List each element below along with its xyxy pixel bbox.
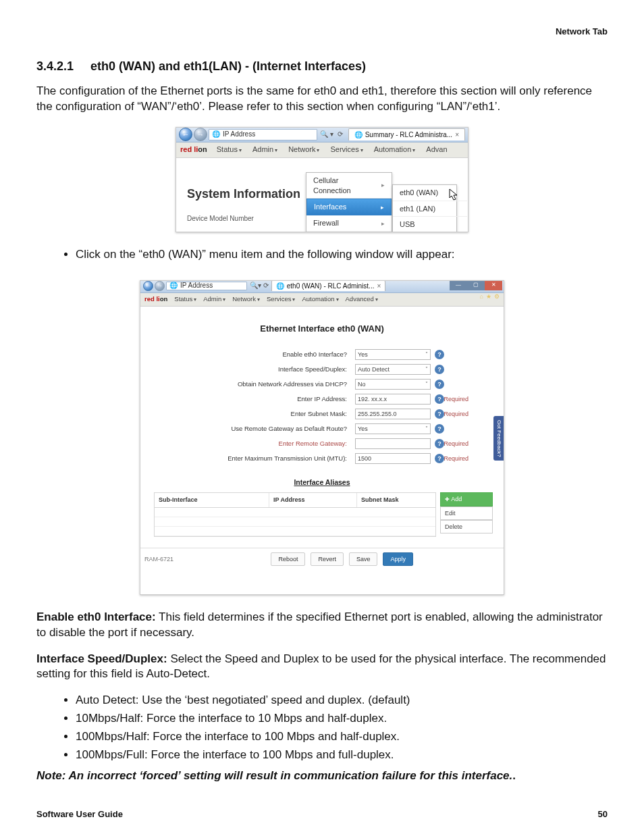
form-value: 192. xx.x.x: [358, 395, 387, 403]
menu-firewall[interactable]: Firewall▸: [306, 215, 392, 232]
delete-button[interactable]: Delete: [440, 520, 493, 533]
back-button[interactable]: ←: [143, 281, 153, 291]
home-icon[interactable]: ⌂: [480, 292, 483, 301]
form-label: Enter Remote Gateway:: [209, 440, 351, 448]
ie-toolbar-icons: ⌂ ★ ⚙: [480, 292, 500, 301]
table-row[interactable]: [155, 508, 435, 517]
edit-button[interactable]: Edit: [440, 506, 493, 520]
explain-speed: Interface Speed/Duplex: Select the Speed…: [36, 652, 608, 683]
alias-side-buttons: Add Edit Delete: [440, 492, 493, 533]
help-icon[interactable]: ?: [435, 365, 444, 374]
table-row[interactable]: [155, 527, 435, 536]
back-button[interactable]: ←: [179, 128, 192, 141]
form-select[interactable]: Auto Detect: [355, 364, 431, 375]
nav-automation[interactable]: Automation: [374, 145, 416, 155]
close-tab-icon[interactable]: ×: [455, 130, 459, 140]
menu-tunneling[interactable]: Tunneling: [306, 232, 392, 232]
nav-services[interactable]: Services: [330, 145, 363, 155]
globe-icon: 🌐: [212, 130, 220, 139]
ie-address-bar: ← → 🌐 IP Address 🔍 ▾ ⟳ 🌐 Summary - RLC A…: [176, 128, 468, 142]
nav-status[interactable]: Status: [217, 145, 242, 155]
section-heading: 3.4.2.1 eth0 (WAN) and eth1(LAN) - (Inte…: [36, 58, 608, 74]
list-item: Auto Detect: Use the ‘best negotiated’ s…: [76, 693, 608, 708]
menu-interfaces[interactable]: Interfaces▸: [306, 199, 392, 215]
explain-speed-head: Interface Speed/Duplex:: [36, 652, 167, 665]
menu-cellular[interactable]: Cellular Connection▸: [306, 173, 392, 199]
help-icon[interactable]: ?: [435, 380, 444, 389]
feedback-tab[interactable]: Got Feedback?: [493, 416, 504, 461]
footer-title: Software User Guide: [36, 808, 123, 820]
explain-enable-head: Enable eth0 Interface:: [36, 610, 156, 623]
submenu-eth0[interactable]: eth0 (WAN): [393, 185, 467, 201]
revert-button[interactable]: Revert: [311, 552, 344, 566]
nav-services[interactable]: Services: [267, 295, 295, 304]
screenshot-menu: ← → 🌐 IP Address 🔍 ▾ ⟳ 🌐 Summary - RLC A…: [176, 127, 468, 232]
star-icon[interactable]: ★: [486, 292, 491, 301]
submenu-usb[interactable]: USB: [393, 217, 467, 232]
forward-button[interactable]: →: [155, 281, 165, 291]
nav-advanced[interactable]: Advan: [426, 145, 447, 155]
add-button[interactable]: Add: [440, 492, 493, 506]
form-row: Interface Speed/Duplex:Auto Detect?: [151, 364, 493, 375]
form-value: Yes: [358, 350, 368, 359]
address-field[interactable]: 🌐 IP Address: [209, 129, 317, 140]
col-subinterface: Sub-Interface: [155, 493, 269, 506]
form-select[interactable]: Yes: [355, 423, 431, 434]
form-value: 1500: [358, 454, 371, 463]
close-tab-icon[interactable]: ×: [377, 282, 381, 291]
warning-note: Note: An incorrect ‘forced’ setting will…: [36, 768, 608, 784]
form-row: Obtain Network Addresses via DHCP?No?: [151, 379, 493, 390]
form-input[interactable]: 1500: [355, 453, 431, 464]
nav-admin[interactable]: Admin: [252, 145, 277, 155]
section-title: eth0 (WAN) and eth1(LAN) - (Internet Int…: [90, 59, 366, 73]
nav-network[interactable]: Network: [288, 145, 319, 155]
form-input[interactable]: 192. xx.x.x: [355, 394, 431, 405]
address-field[interactable]: 🌐 IP Address: [166, 282, 247, 290]
required-badge: Required: [442, 454, 470, 463]
nav-network[interactable]: Network: [232, 295, 260, 304]
tab-title: eth0 (WAN) - RLC Administ...: [287, 282, 375, 291]
screenshot-form: — ▢ ✕ ← → 🌐 IP Address 🔍▾ ⟳ 🌐 eth0 (WAN)…: [140, 280, 504, 595]
form-row: Enter IP Address:192. xx.x.x?Required: [151, 394, 493, 405]
form-input[interactable]: [355, 438, 431, 449]
help-icon[interactable]: ?: [435, 350, 444, 359]
nav-advanced[interactable]: Advanced: [346, 295, 378, 304]
search-refresh[interactable]: 🔍 ▾ ⟳: [320, 130, 342, 139]
submenu-eth1[interactable]: eth1 (LAN): [393, 201, 467, 217]
table-row[interactable]: [155, 517, 435, 527]
site-navbar: red lion Status Admin Network Services A…: [140, 293, 504, 307]
form-value: No: [358, 380, 366, 388]
form-label: Enter Subnet Mask:: [209, 410, 351, 419]
page-header-right: Network Tab: [36, 26, 608, 38]
speed-options-list: Auto Detect: Use the ‘best negotiated’ s…: [36, 693, 608, 763]
tab-favicon: 🌐: [354, 130, 363, 140]
forward-button[interactable]: →: [194, 128, 207, 141]
window-close-button[interactable]: ✕: [485, 281, 502, 290]
help-icon[interactable]: ?: [435, 424, 444, 434]
form-select[interactable]: No: [355, 379, 431, 390]
form-value: 255.255.255.0: [358, 410, 397, 418]
instruction-bullet: Click on the “eth0 (WAN)” menu item and …: [76, 247, 608, 263]
window-min-button[interactable]: —: [450, 281, 467, 290]
save-button[interactable]: Save: [349, 552, 378, 566]
apply-button[interactable]: Apply: [383, 552, 413, 566]
reboot-button[interactable]: Reboot: [271, 552, 305, 566]
required-badge: Required: [442, 440, 470, 448]
tab-favicon: 🌐: [276, 282, 284, 291]
address-text: IP Address: [223, 130, 255, 139]
nav-automation[interactable]: Automation: [302, 295, 338, 304]
section-number: 3.4.2.1: [36, 59, 74, 73]
page-title: System Information: [187, 186, 300, 202]
form-row: Enter Maximum Transmission Unit (MTU):15…: [151, 453, 493, 464]
nav-admin[interactable]: Admin: [203, 295, 225, 304]
window-max-button[interactable]: ▢: [467, 281, 485, 290]
browser-tab[interactable]: 🌐 eth0 (WAN) - RLC Administ... ×: [271, 280, 386, 292]
gear-icon[interactable]: ⚙: [494, 292, 500, 301]
form-input[interactable]: 255.255.255.0: [355, 409, 431, 419]
search-refresh[interactable]: 🔍▾ ⟳: [250, 281, 269, 290]
window-buttons: — ▢ ✕: [450, 281, 502, 290]
aliases-table: Sub-Interface IP Address Subnet Mask: [154, 492, 436, 536]
nav-status[interactable]: Status: [174, 295, 196, 304]
form-select[interactable]: Yes: [355, 349, 431, 360]
browser-tab[interactable]: 🌐 Summary - RLC Administra... ×: [348, 128, 465, 141]
